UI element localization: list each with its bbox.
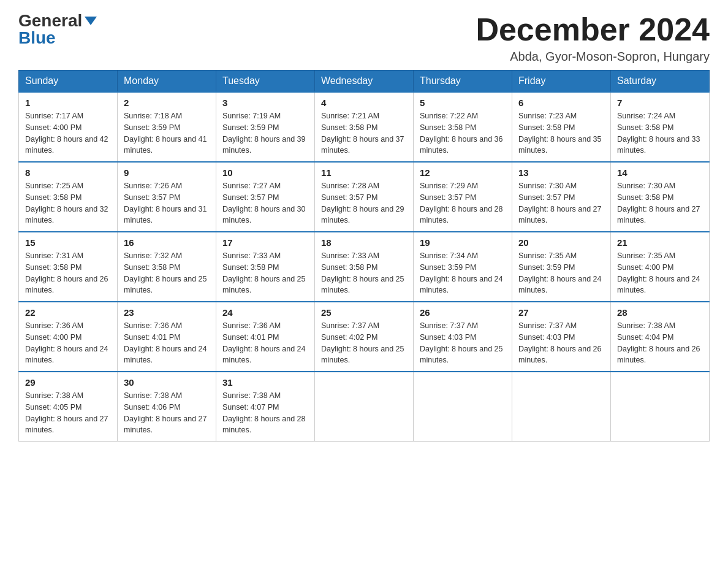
day-number: 30 bbox=[124, 377, 210, 388]
day-number: 11 bbox=[321, 167, 407, 178]
day-info: Sunrise: 7:36 AMSunset: 4:00 PMDaylight:… bbox=[25, 320, 111, 366]
calendar-header-row: Sunday Monday Tuesday Wednesday Thursday… bbox=[19, 71, 710, 93]
calendar-cell-27: 27Sunrise: 7:37 AMSunset: 4:03 PMDayligh… bbox=[512, 302, 611, 372]
day-number: 9 bbox=[124, 167, 210, 178]
calendar-cell-29: 29Sunrise: 7:38 AMSunset: 4:05 PMDayligh… bbox=[19, 372, 118, 442]
day-number: 1 bbox=[25, 98, 111, 108]
day-number: 17 bbox=[222, 237, 308, 248]
day-info: Sunrise: 7:26 AMSunset: 3:57 PMDaylight:… bbox=[124, 180, 210, 226]
day-number: 15 bbox=[25, 237, 111, 248]
day-info: Sunrise: 7:38 AMSunset: 4:05 PMDaylight:… bbox=[25, 390, 111, 436]
calendar-week-row-2: 8Sunrise: 7:25 AMSunset: 3:58 PMDaylight… bbox=[19, 162, 710, 232]
calendar-cell-28: 28Sunrise: 7:38 AMSunset: 4:04 PMDayligh… bbox=[611, 302, 710, 372]
day-info: Sunrise: 7:36 AMSunset: 4:01 PMDaylight:… bbox=[222, 320, 308, 366]
calendar-cell-empty bbox=[512, 372, 611, 442]
calendar-week-row-5: 29Sunrise: 7:38 AMSunset: 4:05 PMDayligh… bbox=[19, 372, 710, 442]
day-info: Sunrise: 7:29 AMSunset: 3:57 PMDaylight:… bbox=[420, 180, 506, 226]
col-tuesday: Tuesday bbox=[216, 71, 315, 93]
day-info: Sunrise: 7:37 AMSunset: 4:03 PMDaylight:… bbox=[420, 320, 506, 366]
day-info: Sunrise: 7:18 AMSunset: 3:59 PMDaylight:… bbox=[124, 110, 210, 156]
calendar-cell-11: 11Sunrise: 7:28 AMSunset: 3:57 PMDayligh… bbox=[315, 162, 414, 232]
day-number: 3 bbox=[222, 98, 308, 108]
calendar-cell-10: 10Sunrise: 7:27 AMSunset: 3:57 PMDayligh… bbox=[216, 162, 315, 232]
calendar-cell-4: 4Sunrise: 7:21 AMSunset: 3:58 PMDaylight… bbox=[315, 92, 414, 162]
day-number: 10 bbox=[222, 167, 308, 178]
day-number: 23 bbox=[124, 307, 210, 318]
day-number: 13 bbox=[518, 167, 604, 178]
calendar-cell-2: 2Sunrise: 7:18 AMSunset: 3:59 PMDaylight… bbox=[118, 92, 216, 162]
calendar-cell-24: 24Sunrise: 7:36 AMSunset: 4:01 PMDayligh… bbox=[216, 302, 315, 372]
day-number: 4 bbox=[321, 98, 407, 108]
title-section: December 2024 Abda, Gyor-Moson-Sopron, H… bbox=[476, 12, 710, 64]
day-info: Sunrise: 7:30 AMSunset: 3:58 PMDaylight:… bbox=[617, 180, 703, 226]
day-number: 7 bbox=[617, 98, 703, 108]
day-info: Sunrise: 7:23 AMSunset: 3:58 PMDaylight:… bbox=[518, 110, 604, 156]
location-text: Abda, Gyor-Moson-Sopron, Hungary bbox=[476, 50, 710, 64]
col-friday: Friday bbox=[512, 71, 611, 93]
day-info: Sunrise: 7:38 AMSunset: 4:07 PMDaylight:… bbox=[222, 390, 308, 436]
day-number: 18 bbox=[321, 237, 407, 248]
calendar-cell-15: 15Sunrise: 7:31 AMSunset: 3:58 PMDayligh… bbox=[19, 232, 118, 302]
day-number: 8 bbox=[25, 167, 111, 178]
calendar-cell-17: 17Sunrise: 7:33 AMSunset: 3:58 PMDayligh… bbox=[216, 232, 315, 302]
day-number: 12 bbox=[420, 167, 506, 178]
calendar-cell-21: 21Sunrise: 7:35 AMSunset: 4:00 PMDayligh… bbox=[611, 232, 710, 302]
day-info: Sunrise: 7:36 AMSunset: 4:01 PMDaylight:… bbox=[124, 320, 210, 366]
calendar-cell-20: 20Sunrise: 7:35 AMSunset: 3:59 PMDayligh… bbox=[512, 232, 611, 302]
day-info: Sunrise: 7:33 AMSunset: 3:58 PMDaylight:… bbox=[222, 250, 308, 296]
day-info: Sunrise: 7:37 AMSunset: 4:02 PMDaylight:… bbox=[321, 320, 407, 366]
day-info: Sunrise: 7:35 AMSunset: 4:00 PMDaylight:… bbox=[617, 250, 703, 296]
calendar-cell-6: 6Sunrise: 7:23 AMSunset: 3:58 PMDaylight… bbox=[512, 92, 611, 162]
calendar-cell-16: 16Sunrise: 7:32 AMSunset: 3:58 PMDayligh… bbox=[118, 232, 216, 302]
calendar-cell-13: 13Sunrise: 7:30 AMSunset: 3:57 PMDayligh… bbox=[512, 162, 611, 232]
calendar-cell-31: 31Sunrise: 7:38 AMSunset: 4:07 PMDayligh… bbox=[216, 372, 315, 442]
day-info: Sunrise: 7:27 AMSunset: 3:57 PMDaylight:… bbox=[222, 180, 308, 226]
day-info: Sunrise: 7:25 AMSunset: 3:58 PMDaylight:… bbox=[25, 180, 111, 226]
day-number: 22 bbox=[25, 307, 111, 318]
calendar-cell-23: 23Sunrise: 7:36 AMSunset: 4:01 PMDayligh… bbox=[118, 302, 216, 372]
col-sunday: Sunday bbox=[19, 71, 118, 93]
col-monday: Monday bbox=[118, 71, 216, 93]
day-number: 20 bbox=[518, 237, 604, 248]
day-number: 19 bbox=[420, 237, 506, 248]
calendar-week-row-3: 15Sunrise: 7:31 AMSunset: 3:58 PMDayligh… bbox=[19, 232, 710, 302]
day-info: Sunrise: 7:30 AMSunset: 3:57 PMDaylight:… bbox=[518, 180, 604, 226]
calendar-cell-19: 19Sunrise: 7:34 AMSunset: 3:59 PMDayligh… bbox=[414, 232, 512, 302]
day-number: 21 bbox=[617, 237, 703, 248]
calendar-week-row-1: 1Sunrise: 7:17 AMSunset: 4:00 PMDaylight… bbox=[19, 92, 710, 162]
logo-blue-text: Blue bbox=[18, 29, 56, 47]
calendar-cell-12: 12Sunrise: 7:29 AMSunset: 3:57 PMDayligh… bbox=[414, 162, 512, 232]
calendar-week-row-4: 22Sunrise: 7:36 AMSunset: 4:00 PMDayligh… bbox=[19, 302, 710, 372]
day-info: Sunrise: 7:33 AMSunset: 3:58 PMDaylight:… bbox=[321, 250, 407, 296]
day-info: Sunrise: 7:21 AMSunset: 3:58 PMDaylight:… bbox=[321, 110, 407, 156]
calendar-table: Sunday Monday Tuesday Wednesday Thursday… bbox=[18, 70, 710, 442]
day-info: Sunrise: 7:24 AMSunset: 3:58 PMDaylight:… bbox=[617, 110, 703, 156]
day-number: 2 bbox=[124, 98, 210, 108]
logo: General Blue bbox=[18, 12, 97, 47]
day-info: Sunrise: 7:35 AMSunset: 3:59 PMDaylight:… bbox=[518, 250, 604, 296]
col-wednesday: Wednesday bbox=[315, 71, 414, 93]
day-info: Sunrise: 7:22 AMSunset: 3:58 PMDaylight:… bbox=[420, 110, 506, 156]
day-number: 31 bbox=[222, 377, 308, 388]
day-number: 14 bbox=[617, 167, 703, 178]
day-number: 5 bbox=[420, 98, 506, 108]
day-info: Sunrise: 7:34 AMSunset: 3:59 PMDaylight:… bbox=[420, 250, 506, 296]
day-info: Sunrise: 7:38 AMSunset: 4:04 PMDaylight:… bbox=[617, 320, 703, 366]
calendar-cell-22: 22Sunrise: 7:36 AMSunset: 4:00 PMDayligh… bbox=[19, 302, 118, 372]
calendar-cell-empty bbox=[414, 372, 512, 442]
day-number: 26 bbox=[420, 307, 506, 318]
day-number: 24 bbox=[222, 307, 308, 318]
calendar-cell-7: 7Sunrise: 7:24 AMSunset: 3:58 PMDaylight… bbox=[611, 92, 710, 162]
calendar-cell-8: 8Sunrise: 7:25 AMSunset: 3:58 PMDaylight… bbox=[19, 162, 118, 232]
day-info: Sunrise: 7:38 AMSunset: 4:06 PMDaylight:… bbox=[124, 390, 210, 436]
calendar-cell-25: 25Sunrise: 7:37 AMSunset: 4:02 PMDayligh… bbox=[315, 302, 414, 372]
calendar-cell-26: 26Sunrise: 7:37 AMSunset: 4:03 PMDayligh… bbox=[414, 302, 512, 372]
day-number: 6 bbox=[518, 98, 604, 108]
day-info: Sunrise: 7:28 AMSunset: 3:57 PMDaylight:… bbox=[321, 180, 407, 226]
day-number: 25 bbox=[321, 307, 407, 318]
col-saturday: Saturday bbox=[611, 71, 710, 93]
day-number: 28 bbox=[617, 307, 703, 318]
calendar-cell-18: 18Sunrise: 7:33 AMSunset: 3:58 PMDayligh… bbox=[315, 232, 414, 302]
day-number: 29 bbox=[25, 377, 111, 388]
day-info: Sunrise: 7:17 AMSunset: 4:00 PMDaylight:… bbox=[25, 110, 111, 156]
